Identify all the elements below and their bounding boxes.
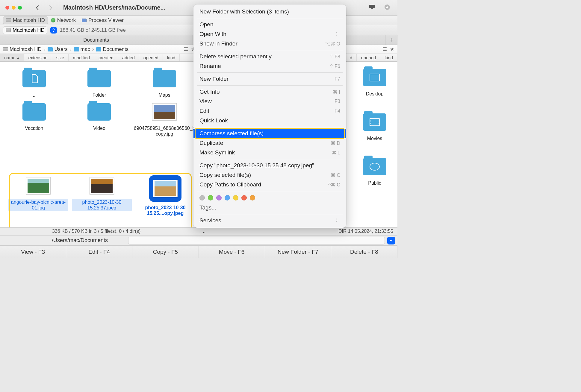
ctx-copy-paths[interactable]: Copy Paths to Clipboard^⌘ C xyxy=(193,180,346,189)
tab-left[interactable]: Documents xyxy=(0,35,193,45)
ctx-edit[interactable]: EditF4 xyxy=(193,106,346,116)
svg-rect-1 xyxy=(371,8,373,9)
crumb-mac[interactable]: mac› xyxy=(74,46,95,52)
hd-icon xyxy=(6,18,11,22)
file-item[interactable]: Movies xyxy=(354,112,396,142)
tab-add-button[interactable]: + xyxy=(385,35,397,45)
ctx-tags[interactable]: Tags... xyxy=(193,203,346,212)
fn-view[interactable]: View - F3 xyxy=(0,246,66,258)
context-menu: New Folder with Selection (3 items) Open… xyxy=(193,4,346,228)
ctx-view[interactable]: ViewF3 xyxy=(193,97,346,106)
col-name[interactable]: name▲ xyxy=(0,54,24,61)
favorite-label: Network xyxy=(57,17,76,23)
col-extension[interactable]: extension xyxy=(24,54,52,61)
file-item-selected[interactable]: angourie-bay-picnic-area-01.jpg xyxy=(8,175,68,217)
fn-new-folder[interactable]: New Folder - F7 xyxy=(265,246,331,258)
window-title: Macintosh HD/Users/mac/Docume... xyxy=(63,4,165,11)
col-size[interactable]: size xyxy=(52,54,69,61)
ctx-copy-named-file[interactable]: Copy "photo_2023-10-30 15.25.48 copy.jpe… xyxy=(193,161,346,170)
remote-icon[interactable] xyxy=(369,4,375,11)
pane-left[interactable]: .. Folder Maps Vacation Video 6904758951… xyxy=(0,62,199,227)
tag-color[interactable] xyxy=(199,195,205,200)
ctx-compress-selected[interactable]: Compress selected file(s) xyxy=(193,129,346,138)
file-item[interactable]: Desktop xyxy=(354,67,396,97)
chevron-right-icon: 〉 xyxy=(335,218,340,224)
tag-color[interactable] xyxy=(216,195,222,200)
back-button[interactable] xyxy=(34,4,41,11)
crumb-root[interactable]: Macintosh HD› xyxy=(3,46,46,52)
window-controls xyxy=(5,6,22,10)
path-dropdown-button[interactable] xyxy=(387,237,395,244)
col-modified[interactable]: modified xyxy=(69,54,94,61)
volume-selector[interactable]: Macintosh HD xyxy=(3,26,47,34)
ctx-get-info[interactable]: Get Info⌘ I xyxy=(193,87,346,97)
col-created[interactable]: created xyxy=(94,54,118,61)
ctx-new-folder[interactable]: New FolderF7 xyxy=(193,74,346,84)
zoom-icon[interactable] xyxy=(18,6,22,10)
tab-label: Documents xyxy=(83,37,109,43)
tag-color[interactable] xyxy=(233,195,238,200)
volume-name: Macintosh HD xyxy=(13,27,45,33)
column-headers-left: name▲ extension size modified created ad… xyxy=(0,54,199,62)
ctx-show-in-finder[interactable]: Show in Finder⌥⌘ O xyxy=(193,39,346,48)
ctx-new-folder-with-selection[interactable]: New Folder with Selection (3 items) xyxy=(193,7,346,16)
ctx-delete-permanently[interactable]: Delete selected permanently⇧ F8 xyxy=(193,52,346,61)
fn-delete[interactable]: Delete - F8 xyxy=(331,246,397,258)
volume-free-space: 188,41 GB of 245,11 GB free xyxy=(60,27,126,33)
chevron-right-icon: 〉 xyxy=(335,31,340,37)
ctx-open-with[interactable]: Open With〉 xyxy=(193,29,346,39)
file-item[interactable]: Maps xyxy=(136,68,193,98)
col-added[interactable]: added xyxy=(118,54,139,61)
download-icon[interactable] xyxy=(384,4,390,11)
col-d[interactable]: d xyxy=(346,54,357,61)
ctx-copy-selected[interactable]: Copy selected file(s)⌘ C xyxy=(193,170,346,180)
favorite-label: Process Viewer xyxy=(88,17,124,23)
minimize-icon[interactable] xyxy=(12,6,16,10)
sort-asc-icon: ▲ xyxy=(17,56,20,59)
file-item-selected[interactable]: photo_2023-10-30 15.25.37.jpeg xyxy=(72,175,132,217)
tag-color[interactable] xyxy=(208,195,213,200)
close-icon[interactable] xyxy=(5,6,9,10)
file-item[interactable]: .. xyxy=(6,68,63,98)
col-opened[interactable]: opened xyxy=(357,54,380,61)
folder-icon xyxy=(74,47,79,51)
breadcrumb-left: Macintosh HD› Users› mac› Documents ☰ ★ xyxy=(0,45,199,54)
ctx-make-symlink[interactable]: Make Symlink⌘ L xyxy=(193,148,346,157)
ctx-services[interactable]: Services〉 xyxy=(193,216,346,225)
crumb-documents[interactable]: Documents xyxy=(96,46,128,52)
list-view-icon[interactable]: ☰ xyxy=(184,46,188,52)
fn-move[interactable]: Move - F6 xyxy=(199,246,265,258)
tag-color[interactable] xyxy=(241,195,247,200)
file-item[interactable]: Folder xyxy=(71,68,128,98)
crumb-users[interactable]: Users› xyxy=(48,46,72,52)
tag-color[interactable] xyxy=(250,195,255,200)
status-right: .. DIR 14.05.2024, 21:33:55 xyxy=(199,228,398,235)
star-icon[interactable]: ★ xyxy=(390,46,394,52)
svg-rect-0 xyxy=(369,5,375,8)
ctx-rename[interactable]: Rename⇧ F6 xyxy=(193,61,346,71)
path-input[interactable] xyxy=(128,237,385,244)
tag-color[interactable] xyxy=(225,195,230,200)
favorite-macintosh-hd[interactable]: Macintosh HD xyxy=(3,16,48,24)
ctx-open[interactable]: Open xyxy=(193,20,346,29)
file-item-active[interactable]: photo_2023-10-30 15.25....opy.jpeg xyxy=(135,175,195,217)
ctx-duplicate[interactable]: Duplicate⌘ D xyxy=(193,138,346,148)
volume-dropdown-button[interactable] xyxy=(50,27,57,34)
favorite-network[interactable]: Network xyxy=(48,16,79,24)
ctx-quick-look[interactable]: Quick Look xyxy=(193,116,346,125)
file-item[interactable]: Video xyxy=(71,101,128,137)
forward-button[interactable] xyxy=(47,4,54,11)
col-kind[interactable]: kind xyxy=(163,54,180,61)
fn-copy[interactable]: Copy - F5 xyxy=(132,246,199,258)
file-item[interactable]: 6904758951_6868a06560_b copy.jpg xyxy=(136,101,193,137)
folder-icon xyxy=(48,47,53,51)
fn-edit[interactable]: Edit - F4 xyxy=(66,246,132,258)
folder-icon xyxy=(96,47,101,51)
col-kind[interactable]: kind xyxy=(380,54,397,61)
col-opened[interactable]: opened xyxy=(139,54,163,61)
status-bar: 336 KB / 570 KB in 3 / 5 file(s). 0 / 4 … xyxy=(0,227,397,235)
list-view-icon[interactable]: ☰ xyxy=(382,46,387,52)
file-item[interactable]: Public xyxy=(354,156,396,186)
file-item[interactable]: Vacation xyxy=(6,101,63,137)
favorite-process-viewer[interactable]: Process Viewer xyxy=(79,16,127,24)
